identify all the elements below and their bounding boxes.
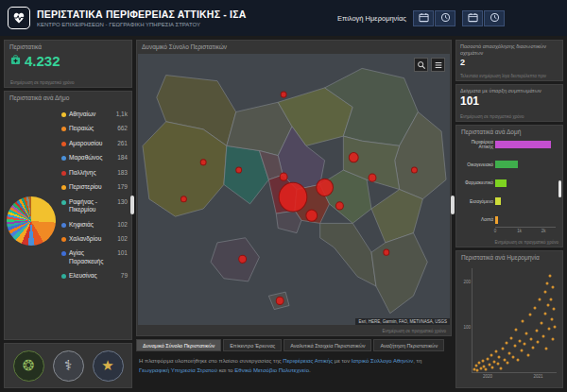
data-point[interactable]	[478, 362, 481, 365]
date-to-calendar-button[interactable]	[462, 10, 483, 26]
data-point[interactable]	[553, 308, 556, 311]
panel-resize-handle[interactable]	[451, 196, 455, 214]
data-point[interactable]	[528, 313, 531, 315]
municipality-count: 102	[117, 235, 128, 242]
data-point[interactable]	[520, 349, 523, 352]
legend-item[interactable]: Περιστερίου179	[59, 179, 130, 194]
data-point[interactable]	[507, 362, 509, 365]
scatter-plot[interactable]: 20010020202021	[472, 268, 557, 373]
legend-item[interactable]: Ραφήνας - Πικερμίου130	[59, 195, 130, 217]
legend-item[interactable]: Χαλανδρίου102	[59, 231, 130, 246]
municipality-name: Αμαρουσίου	[69, 140, 115, 147]
credit-link[interactable]: Περιφέρειας Αττικής	[283, 358, 333, 364]
map-canvas[interactable]	[138, 54, 450, 325]
attica-map[interactable]	[138, 54, 450, 325]
tab-item[interactable]: Αναζήτηση Περιστατικών	[373, 339, 444, 351]
data-point[interactable]	[505, 342, 507, 345]
bar[interactable]	[495, 179, 507, 187]
data-point[interactable]	[494, 350, 497, 353]
data-point[interactable]	[546, 282, 549, 285]
data-point[interactable]	[543, 290, 546, 293]
tab-item[interactable]: Επίκεντρο Έρευνας	[223, 339, 282, 351]
data-point[interactable]	[554, 326, 557, 329]
map-search-button[interactable]	[414, 58, 428, 72]
credit-link[interactable]: Γεωγραφική Υπηρεσία Στρατού	[139, 367, 217, 373]
pie-chart[interactable]	[7, 196, 56, 246]
municipality-name: Μαραθώνος	[69, 154, 115, 162]
bar[interactable]	[495, 197, 501, 205]
data-point[interactable]	[472, 368, 475, 371]
data-point[interactable]	[533, 307, 536, 310]
data-point[interactable]	[511, 356, 514, 359]
legend-item[interactable]: Αθηναίων1,1k	[59, 107, 130, 121]
bar[interactable]	[495, 141, 551, 148]
credit-link[interactable]: Εθνικό Μετσόβιο Πολυτεχνείο	[234, 367, 309, 373]
data-point[interactable]	[524, 343, 526, 346]
legend-item[interactable]: Παλλήνης183	[59, 165, 130, 179]
data-point[interactable]	[551, 286, 554, 289]
data-point[interactable]	[541, 334, 544, 337]
data-point[interactable]	[491, 366, 494, 368]
data-point[interactable]	[476, 369, 479, 372]
data-point[interactable]	[545, 348, 548, 350]
map-legend-button[interactable]	[431, 58, 445, 72]
credit-link[interactable]: Ιατρικό Σύλλογο Αθηνών	[352, 358, 413, 364]
legend-item[interactable]: Αμαρουσίου261	[59, 136, 130, 150]
tab-active[interactable]: Δυναμικό Σύνολο Περιστατικών	[136, 339, 221, 351]
data-point[interactable]	[515, 328, 518, 331]
data-point[interactable]	[548, 274, 551, 277]
data-point[interactable]	[522, 320, 524, 323]
data-point[interactable]	[481, 359, 484, 362]
data-point[interactable]	[474, 365, 477, 367]
legend-item[interactable]: Ελευσίνας79	[59, 268, 130, 282]
data-point[interactable]	[524, 332, 527, 334]
data-point[interactable]	[509, 336, 512, 339]
data-point[interactable]	[508, 351, 511, 354]
data-point[interactable]	[496, 363, 499, 366]
tab-item[interactable]: Αναλυτικά Στοιχεία Περιστατικών	[284, 339, 371, 351]
data-point[interactable]	[485, 367, 488, 370]
data-point[interactable]	[493, 360, 496, 363]
data-point[interactable]	[500, 366, 503, 369]
data-point[interactable]	[550, 317, 553, 320]
data-point[interactable]	[518, 339, 521, 342]
scrollbar-thumb[interactable]	[558, 180, 561, 197]
legend-item[interactable]: Μαραθώνος184	[59, 150, 130, 164]
data-point[interactable]	[537, 341, 540, 344]
data-point[interactable]	[498, 355, 501, 358]
date-from-calendar-button[interactable]	[413, 10, 434, 26]
data-point[interactable]	[502, 348, 505, 350]
data-point[interactable]	[552, 337, 555, 340]
data-point[interactable]	[530, 337, 533, 340]
data-point[interactable]	[547, 304, 550, 307]
data-point[interactable]	[549, 298, 552, 300]
data-point[interactable]	[503, 359, 506, 362]
data-point[interactable]	[513, 345, 516, 348]
data-point[interactable]	[532, 347, 535, 349]
panel-resize-handle[interactable]	[130, 196, 134, 214]
data-point[interactable]	[490, 353, 492, 356]
data-point[interactable]	[526, 353, 529, 356]
bar-x-axis: 01k2k	[495, 227, 556, 234]
data-point[interactable]	[535, 330, 538, 332]
data-point[interactable]	[544, 312, 547, 315]
data-point[interactable]	[547, 328, 550, 331]
legend-color-dot	[61, 171, 66, 176]
legend-item[interactable]: Πειραιώς662	[59, 121, 130, 135]
bar[interactable]	[495, 216, 498, 224]
data-point[interactable]	[479, 366, 482, 369]
legend-item[interactable]: Κηφισιάς102	[59, 217, 130, 231]
map-title: Δυναμικό Σύνολο Περιστατικών	[137, 41, 451, 51]
realtime-note: Ενημέρωση σε πραγματικό χρόνο	[10, 80, 75, 85]
data-point[interactable]	[517, 358, 520, 361]
data-point[interactable]	[487, 357, 490, 360]
date-from-time-button[interactable]	[435, 10, 455, 26]
data-point[interactable]	[488, 364, 490, 366]
bar[interactable]	[495, 161, 518, 168]
axis-tick-label: 2021	[533, 374, 542, 379]
data-point[interactable]	[540, 322, 542, 325]
data-point[interactable]	[539, 298, 541, 301]
legend-item[interactable]: Αγίας Παρασκευής101	[59, 246, 130, 268]
bar-row: Περιφέρεια Αττικής	[459, 140, 556, 150]
date-to-time-button[interactable]	[484, 10, 505, 26]
